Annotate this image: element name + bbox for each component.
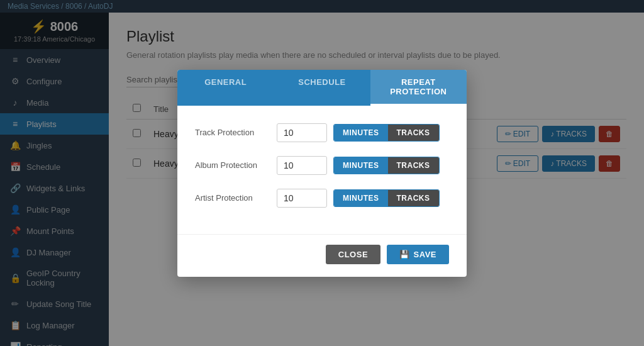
track-toggle-group: MINUTES TRACKS <box>333 124 440 142</box>
tab-repeat-protection[interactable]: REPEAT PROTECTION <box>370 70 467 106</box>
album-minutes-btn[interactable]: MINUTES <box>334 157 388 174</box>
save-icon: 💾 <box>399 250 410 259</box>
artist-protection-row: Artist Protection MINUTES TRACKS <box>195 189 449 208</box>
album-protection-row: Album Protection MINUTES TRACKS <box>195 156 449 175</box>
modal-dialog: GENERAL SCHEDULE REPEAT PROTECTION Track… <box>177 70 467 277</box>
track-protection-label: Track Protection <box>195 128 277 137</box>
track-protection-row: Track Protection MINUTES TRACKS <box>195 123 449 142</box>
close-button[interactable]: CLOSE <box>326 245 380 264</box>
album-toggle-group: MINUTES TRACKS <box>333 157 440 174</box>
modal-footer: CLOSE 💾 SAVE <box>177 234 467 277</box>
tab-schedule[interactable]: SCHEDULE <box>274 70 370 106</box>
track-tracks-btn[interactable]: TRACKS <box>388 125 439 141</box>
album-protection-input[interactable] <box>277 156 327 175</box>
artist-protection-label: Artist Protection <box>195 193 277 203</box>
track-minutes-btn[interactable]: MINUTES <box>334 125 388 141</box>
modal-overlay: GENERAL SCHEDULE REPEAT PROTECTION Track… <box>0 0 644 346</box>
modal-body: Track Protection MINUTES TRACKS Album Pr… <box>177 106 467 234</box>
album-tracks-btn[interactable]: TRACKS <box>388 157 439 174</box>
app-container: Media Services / 8006 / AutoDJ ⚡ 8006 17… <box>0 0 644 346</box>
save-button[interactable]: 💾 SAVE <box>387 245 449 264</box>
artist-protection-input[interactable] <box>277 189 327 208</box>
artist-minutes-btn[interactable]: MINUTES <box>334 190 388 206</box>
artist-toggle-group: MINUTES TRACKS <box>333 189 440 207</box>
tab-general[interactable]: GENERAL <box>177 70 274 106</box>
modal-tabs: GENERAL SCHEDULE REPEAT PROTECTION <box>177 70 467 106</box>
artist-tracks-btn[interactable]: TRACKS <box>388 190 439 206</box>
album-protection-label: Album Protection <box>195 160 277 170</box>
track-protection-input[interactable] <box>277 123 327 142</box>
